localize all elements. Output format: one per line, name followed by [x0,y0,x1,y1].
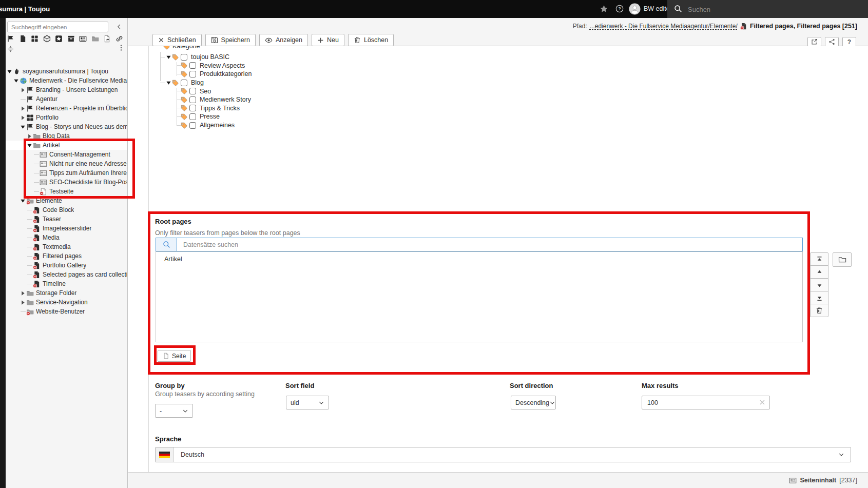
page-tree-node[interactable]: Blog - Storys und Neues aus dem Me [6,122,127,131]
page-shortcut-icon[interactable] [103,35,111,43]
category-tree-node[interactable]: Seo [159,87,488,95]
page-tree-node[interactable]: Imageteaserslider [6,224,127,233]
page-tree-node[interactable]: Media [6,233,127,242]
page-tree-node[interactable]: SEO-Checkliste für Blog-Posts [6,178,127,187]
caret-down-icon[interactable] [20,124,26,130]
page-tree-node[interactable]: Tipps zum Aufräumen Ihrere [6,168,127,178]
sort-field-select[interactable]: uid [286,396,329,409]
category-checkbox[interactable] [181,80,187,86]
page-tree-node[interactable]: Filtered pages [6,251,127,261]
category-checkbox[interactable] [189,105,196,111]
close-button[interactable]: Schließen [152,34,202,46]
caret-down-icon[interactable] [20,198,26,204]
sort-direction-select[interactable]: Descending [511,396,556,409]
tree-filter-input[interactable] [7,22,108,32]
category-checkbox[interactable] [189,113,196,120]
caret-right-icon[interactable] [20,87,26,93]
page-tree-node[interactable]: Consent-Management [6,150,127,159]
root-pages-list[interactable]: Artikel [156,251,803,342]
caret-down-icon[interactable] [13,78,20,84]
add-page-button[interactable]: Seite [158,350,191,362]
page-tree-node[interactable]: Timeline [6,279,127,288]
page-tree-node[interactable]: Service-Navigation [6,298,127,307]
page-tree-node[interactable]: Branding - Unsere Leistungen [6,85,127,94]
move-up-button[interactable] [810,265,828,279]
record-search-input[interactable] [177,238,802,251]
trash-button[interactable] [810,304,828,317]
caret-right-icon[interactable] [26,133,33,139]
page-tree-node[interactable]: Selected pages as card collection [6,270,127,279]
category-tree-node[interactable]: Produktkategorien [159,70,488,79]
category-tree-node[interactable]: toujou BASIC [159,53,488,62]
page-tree-node[interactable]: Artikel [6,141,127,150]
page-tree-node[interactable]: Code Block [6,205,127,214]
page-tree-node[interactable]: Blog Data [6,131,127,141]
move-to-top-button[interactable] [810,252,828,266]
caret-down-icon[interactable] [26,143,33,148]
category-checkbox[interactable] [189,88,196,94]
category-tree-node[interactable]: Allgemeines [159,121,488,130]
page-tree-node[interactable]: Elemente [6,196,127,205]
help-icon[interactable]: ? [615,5,624,13]
clear-icon[interactable] [759,399,766,406]
bookmark-star-icon[interactable] [600,5,608,13]
move-down-button[interactable] [810,278,828,291]
category-tree-node[interactable]: Blog [159,79,488,87]
view-button[interactable]: Anzeigen [259,34,308,46]
category-checkbox[interactable] [189,122,196,129]
page-tree-node[interactable]: Testseite [6,187,127,196]
page-tree-node[interactable]: Agentur [6,94,127,104]
page-tree-node[interactable]: soyagunsarufutsumura | Toujou [6,67,127,76]
chevron-left-icon[interactable] [116,24,122,30]
language-select[interactable]: Deutsch [155,447,851,462]
split-handle-icon[interactable] [7,45,14,53]
caret-down-icon[interactable] [165,54,172,60]
path-link[interactable]: ...edienwerk - Die Fullservice Mediaagen… [590,23,738,30]
category-checkbox[interactable] [181,54,187,61]
star-badge-icon[interactable] [55,35,63,43]
root-pages-item[interactable]: Artikel [156,252,802,266]
delete-button[interactable]: Löschen [348,34,394,46]
page-tree-node[interactable]: Nicht nur eine neue Adresse - [6,159,127,168]
category-checkbox[interactable] [189,96,196,103]
card-icon[interactable] [79,35,87,43]
archive-icon[interactable] [67,35,75,43]
share-button[interactable] [825,37,839,47]
page-tree-node[interactable]: Teaser [6,214,127,224]
category-tree-node[interactable]: Medienwerk Story [159,95,488,104]
browse-records-button[interactable] [833,252,852,267]
page-tree-node[interactable]: Referenzen - Projekte im Überblick [6,104,127,113]
page-tree-node[interactable]: Portfolio [6,113,127,122]
category-checkbox[interactable] [189,62,196,69]
category-tree-node[interactable]: Presse [159,112,488,121]
caret-down-icon[interactable] [6,69,13,74]
save-button[interactable]: Speichern [205,34,256,46]
new-button[interactable]: Neu [312,34,344,46]
category-tree-node[interactable]: Review Aspects [159,62,488,70]
caret-right-icon[interactable] [20,115,26,121]
cube-icon[interactable] [43,35,51,43]
page-tree-node[interactable]: Website-Benutzer [6,307,127,316]
caret-down-icon[interactable] [165,80,172,86]
max-results-input[interactable] [642,396,770,409]
caret-right-icon[interactable] [20,106,26,111]
group-by-select[interactable]: - [155,404,193,418]
page-tree-node[interactable]: Medienwerk - Die Fullservice Mediaage [6,76,127,85]
page-flag-icon[interactable] [7,35,14,43]
move-to-bottom-button[interactable] [810,291,828,304]
avatar[interactable] [629,3,641,15]
open-in-new-window-button[interactable] [807,37,821,47]
link-icon[interactable] [115,35,123,43]
category-tree-node[interactable]: Tipps & Tricks [159,104,488,113]
global-search-input[interactable] [687,0,858,19]
caret-right-icon[interactable] [20,290,26,296]
page-tree-node[interactable]: Storage Folder [6,288,127,298]
help-button[interactable]: ? [842,37,856,47]
grid-icon[interactable] [31,35,38,43]
page-tree-node[interactable]: Portfolio Gallery [6,261,127,270]
page-tree-node[interactable]: Textmedia [6,242,127,251]
kebab-menu-icon[interactable] [118,44,125,51]
folder-icon[interactable] [91,35,99,43]
page-dark-icon[interactable] [19,35,27,43]
caret-right-icon[interactable] [20,300,26,305]
